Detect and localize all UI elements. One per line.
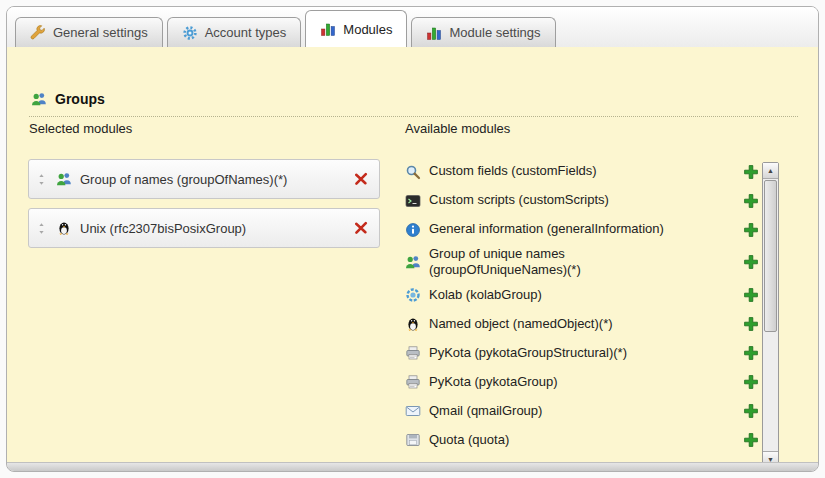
disk-icon [405,432,421,448]
add-icon[interactable] [743,193,759,209]
tab-account-types[interactable]: Account types [167,17,302,47]
available-module-label: PyKota (pykotaGroup) [429,374,558,390]
add-icon[interactable] [743,432,759,448]
available-module-label: Custom scripts (customScripts) [429,192,609,208]
info-icon [405,222,421,238]
add-icon[interactable] [743,403,759,419]
selected-module-row: Group of names (groupOfNames)(*) [28,159,380,199]
available-module-row: Custom scripts (customScripts) [405,186,759,215]
terminal-icon [405,193,421,209]
section-header-groups: Groups [29,85,798,117]
add-icon[interactable] [743,316,759,332]
tab-modules[interactable]: Modules [305,10,407,47]
tab-bar: General settings Account types Modules M… [7,7,818,47]
add-icon[interactable] [743,287,759,303]
magnifier-icon [405,164,421,180]
available-module-row: Qmail (qmailGroup) [405,397,759,426]
module-settings-chart-icon [426,25,442,41]
settings-panel: General settings Account types Modules M… [6,6,819,472]
available-module-label: Named object (namedObject)(*) [429,316,613,332]
available-module-label: Quota (quota) [429,432,509,448]
available-module-label: General information (generalInformation) [429,221,664,237]
available-module-label: Kolab (kolabGroup) [429,287,542,303]
modules-chart-icon [320,21,336,37]
printer-icon [405,345,421,361]
add-icon[interactable] [743,345,759,361]
tab-general-settings[interactable]: General settings [15,17,163,47]
selected-module-row: Unix (rfc2307bisPosixGroup) [28,208,380,248]
modules-tab-content: Groups Selected modules Available module… [7,47,818,462]
printer-icon [405,374,421,390]
tux-icon [56,220,72,236]
selected-modules-heading: Selected modules [29,121,132,136]
add-icon[interactable] [743,254,759,270]
scroll-up-button[interactable]: ▲ [763,163,778,179]
group-icon [56,171,72,187]
drag-handle-icon[interactable] [35,222,48,235]
available-module-label: PyKota (pykotaGroupStructural)(*) [429,345,627,361]
delete-icon[interactable] [353,220,369,236]
delete-icon[interactable] [353,171,369,187]
available-module-row: General information (generalInformation) [405,215,759,244]
available-modules-heading: Available modules [405,121,510,136]
gear-icon [182,25,198,41]
drag-handle-icon[interactable] [35,173,48,186]
add-icon[interactable] [743,374,759,390]
tab-label: Modules [343,22,392,37]
available-module-row: Group of unique names (groupOfUniqueName… [405,244,759,281]
scroll-up-arrow-icon: ▲ [767,167,774,174]
kolab-icon [405,287,421,303]
available-module-row: PyKota (pykotaGroup) [405,368,759,397]
available-module-label: Custom fields (customFields) [429,163,597,179]
available-module-row: Quota (quota) [405,426,759,455]
available-module-row: Kolab (kolabGroup) [405,281,759,310]
tab-label: Module settings [449,25,540,40]
tab-label: Account types [205,25,287,40]
available-module-row: Named object (namedObject)(*) [405,310,759,339]
available-module-label: Group of unique names (groupOfUniqueName… [429,246,659,279]
section-title: Groups [55,91,105,107]
selected-modules-list: Group of names (groupOfNames)(*) Unix (r… [28,159,380,257]
tux-icon [405,316,421,332]
available-module-row: PyKota (pykotaGroupStructural)(*) [405,339,759,368]
selected-module-label: Group of names (groupOfNames)(*) [80,172,287,187]
scrollbar-thumb[interactable] [764,180,777,332]
add-icon[interactable] [743,222,759,238]
groups-icon [31,91,47,107]
wrench-icon [30,25,46,41]
tab-label: General settings [53,25,148,40]
tab-module-settings[interactable]: Module settings [411,17,555,47]
panel-footer [7,462,818,471]
selected-module-label: Unix (rfc2307bisPosixGroup) [80,221,246,236]
available-module-row: Custom fields (customFields) [405,157,759,186]
available-modules-list: Custom fields (customFields) Custom scri… [405,157,759,455]
add-icon[interactable] [743,164,759,180]
available-module-label: Qmail (qmailGroup) [429,403,542,419]
group-icon [405,254,421,270]
scrollbar[interactable]: ▲ ▼ [762,162,779,468]
mail-icon [405,403,421,419]
